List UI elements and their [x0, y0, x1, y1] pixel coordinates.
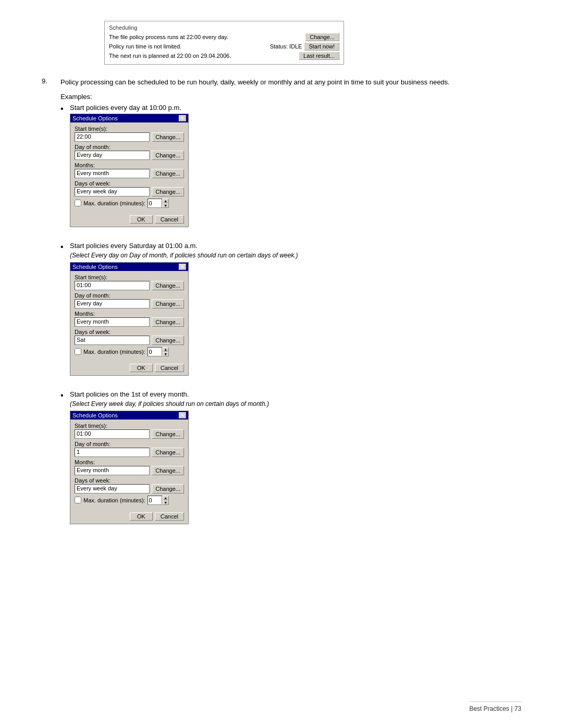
bullet-dot-1: • — [60, 104, 70, 114]
spinner-btn-3: ▲ ▼ — [163, 496, 169, 505]
para9-text: Policy processing can be scheduled to be… — [60, 77, 521, 88]
field-group-2-2: Months: Every month Change... — [75, 311, 184, 327]
dialog-titlebar-3: Schedule Options ✕ — [70, 411, 188, 419]
dialog-body-3: Start time(s): 01:00 Change... Day of mo… — [70, 419, 188, 510]
bullet-title-1: Start policies every day at 10:00 p.m. — [70, 104, 521, 112]
field-group-3-1: Day of month: 1 Change... — [75, 441, 184, 457]
dialog-close-btn-3[interactable]: ✕ — [179, 412, 186, 418]
field-input-3-3[interactable]: Every week day — [75, 484, 150, 493]
change-btn-3-2[interactable]: Change... — [152, 466, 184, 475]
spin-up-1[interactable]: ▲ — [163, 199, 169, 203]
field-input-2-3[interactable]: Sat — [75, 336, 150, 345]
field-group-3-3: Days of week: Every week day Change... — [75, 477, 184, 493]
field-input-1-2[interactable]: Every month — [75, 169, 150, 178]
dialog-body-1: Start time(s): 22:00 Change... Day of mo… — [70, 122, 188, 213]
field-input-3-1[interactable]: 1 — [75, 448, 150, 457]
spinner-input-2[interactable] — [148, 347, 162, 356]
ok-btn-1[interactable]: OK — [130, 215, 153, 224]
change-btn-1-1[interactable]: Change... — [152, 151, 184, 160]
field-label-2-3: Days of week: — [75, 329, 184, 335]
dialog-close-btn-2[interactable]: ✕ — [179, 264, 186, 270]
scheduling-line3: The next run is planned at 22:00 on 29.0… — [109, 53, 299, 59]
change-btn-1-2[interactable]: Change... — [152, 169, 184, 178]
scheduling-row-2: Policy run time is not limited. Status: … — [109, 42, 339, 51]
bullet-title-3: Start policies on the 1st of every month… — [70, 390, 521, 398]
field-input-2-2[interactable]: Every month — [75, 317, 150, 327]
checkbox-row-1: Max. duration (minutes): ▲ ▼ — [75, 199, 184, 208]
field-group-2-3: Days of week: Sat Change... — [75, 329, 184, 345]
spin-up-3[interactable]: ▲ — [163, 496, 169, 500]
field-row-2-2: Every month Change... — [75, 317, 184, 327]
field-input-2-1[interactable]: Every day — [75, 299, 150, 309]
schedule-dialog-3: Schedule Options ✕ Start time(s): 01:00 … — [70, 411, 189, 524]
field-input-3-2[interactable]: Every month — [75, 466, 150, 475]
field-input-1-1[interactable]: Every day — [75, 151, 150, 160]
dialog-footer-1: OK Cancel — [70, 213, 188, 227]
start-now-button[interactable]: Start now! — [304, 42, 339, 51]
field-group-1-2: Months: Every month Change... — [75, 162, 184, 178]
change-btn-3-1[interactable]: Change... — [152, 448, 184, 457]
field-group-1-3: Days of week: Every week day Change... — [75, 180, 184, 196]
change-button-top[interactable]: Change... — [305, 33, 339, 41]
dialog-title-3: Schedule Options — [72, 412, 118, 418]
bullet-content-2: Start policies every Saturday at 01:00 a… — [70, 242, 521, 383]
field-row-3-2: Every month Change... — [75, 466, 184, 475]
change-btn-2-3[interactable]: Change... — [152, 336, 184, 345]
change-btn-2-2[interactable]: Change... — [152, 317, 184, 327]
schedule-dialog-1: Schedule Options ✕ Start time(s): 22:00 … — [70, 114, 189, 227]
footer-text: Best Practices | 73 — [469, 705, 521, 712]
spin-dn-3[interactable]: ▼ — [163, 500, 169, 505]
field-row-1-0: 22:00 Change... — [75, 132, 184, 142]
change-btn-1-3[interactable]: Change... — [152, 187, 184, 196]
dialog-titlebar-1: Schedule Options ✕ — [70, 114, 188, 122]
sub-note-3: (Select Every week day, if policies shou… — [70, 400, 521, 408]
dialog-titlebar-2: Schedule Options ✕ — [70, 263, 188, 271]
spinner-input-3[interactable] — [148, 496, 162, 505]
field-input-3-0[interactable]: 01:00 — [75, 429, 150, 439]
dialog-body-2: Start time(s): 01:00 Change... Day of mo… — [70, 271, 188, 362]
field-input-1-0[interactable]: 22:00 — [75, 132, 150, 142]
max-duration-checkbox-1[interactable] — [75, 200, 81, 206]
change-btn-1-0[interactable]: Change... — [152, 132, 184, 142]
field-row-2-1: Every day Change... — [75, 299, 184, 309]
bullet-dot-3: • — [60, 390, 70, 400]
cancel-btn-3[interactable]: Cancel — [155, 512, 184, 521]
field-input-2-0[interactable]: 01:00 — [75, 281, 150, 290]
ok-btn-2[interactable]: OK — [130, 364, 153, 372]
max-duration-checkbox-3[interactable] — [75, 497, 81, 503]
spinner-input-1[interactable] — [148, 199, 162, 208]
spin-dn-2[interactable]: ▼ — [163, 352, 169, 356]
field-label-2-0: Start time(s): — [75, 274, 184, 280]
change-btn-3-3[interactable]: Change... — [152, 484, 184, 493]
scheduling-line2: Policy run time is not limited. — [109, 43, 270, 50]
change-btn-3-0[interactable]: Change... — [152, 429, 184, 439]
field-label-2-1: Day of month: — [75, 292, 184, 299]
dialog-footer-3: OK Cancel — [70, 510, 188, 524]
spin-dn-1[interactable]: ▼ — [163, 203, 169, 208]
field-input-1-3[interactable]: Every week day — [75, 187, 150, 196]
change-btn-2-1[interactable]: Change... — [152, 299, 184, 309]
last-result-button[interactable]: Last result... — [299, 52, 339, 60]
spinner-btn-2: ▲ ▼ — [163, 347, 169, 356]
cancel-btn-2[interactable]: Cancel — [155, 364, 184, 372]
cancel-btn-1[interactable]: Cancel — [155, 215, 184, 224]
max-duration-checkbox-2[interactable] — [75, 348, 81, 355]
field-label-2-2: Months: — [75, 311, 184, 317]
field-row-3-3: Every week day Change... — [75, 484, 184, 493]
bullet-dot-2: • — [60, 242, 70, 252]
schedule-dialog-2: Schedule Options ✕ Start time(s): 01:00 … — [70, 262, 189, 376]
dialog-close-btn-1[interactable]: ✕ — [179, 115, 186, 121]
field-group-3-0: Start time(s): 01:00 Change... — [75, 423, 184, 439]
field-label-3-3: Days of week: — [75, 477, 184, 484]
field-label-1-3: Days of week: — [75, 180, 184, 187]
bullet-list: • Start policies every day at 10:00 p.m.… — [60, 104, 521, 532]
item-content-9: Policy processing can be scheduled to be… — [60, 77, 521, 539]
field-row-2-3: Sat Change... — [75, 336, 184, 345]
dialog-title-1: Schedule Options — [72, 115, 118, 121]
spin-up-2[interactable]: ▲ — [163, 347, 169, 352]
field-label-1-0: Start time(s): — [75, 126, 184, 132]
ok-btn-3[interactable]: OK — [130, 512, 153, 521]
field-label-3-1: Day of month: — [75, 441, 184, 447]
bullet-item-3: • Start policies on the 1st of every mon… — [60, 390, 521, 532]
change-btn-2-0[interactable]: Change... — [152, 281, 184, 290]
